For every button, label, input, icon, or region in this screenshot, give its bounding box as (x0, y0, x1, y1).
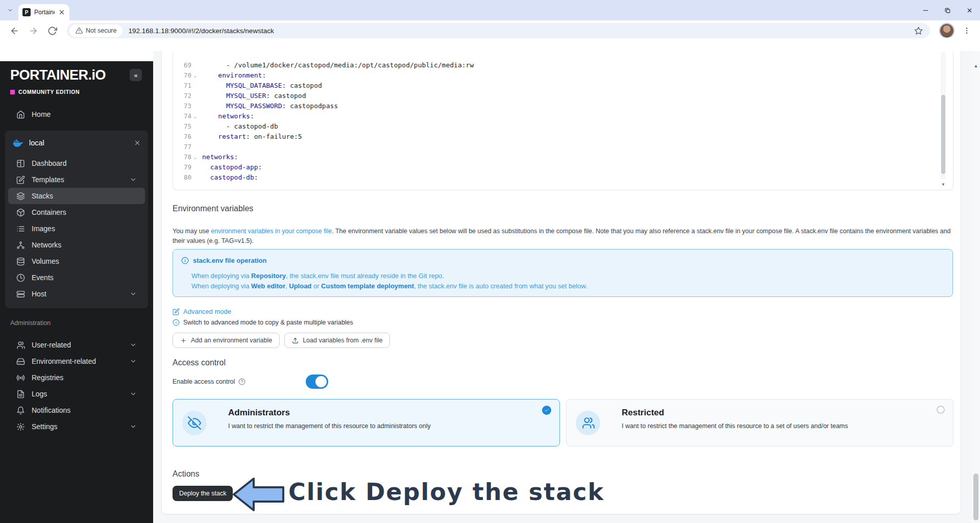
address-bar[interactable]: Not secure 192.168.1.18:9000/#!/2/docker… (67, 23, 930, 38)
close-icon[interactable] (966, 7, 973, 14)
line-number: 72 (173, 91, 191, 101)
templates-icon (16, 176, 25, 184)
fold-arrow-icon[interactable]: ⌄ (191, 70, 199, 81)
env-variables-description: You may use environment variables in you… (173, 227, 953, 246)
selected-check-icon[interactable] (542, 406, 551, 415)
editor-line: 75 - castopod-db (173, 121, 953, 132)
add-environment-variable-button[interactable]: Add an environment variable (173, 333, 280, 348)
restricted-users-icon (581, 416, 595, 430)
sidebar-item-events[interactable]: Events (8, 269, 145, 286)
editor-line: 76 restart: on-failure:5 (173, 132, 953, 142)
sidebar-item-templates[interactable]: Templates (8, 171, 145, 188)
line-number: 69 (173, 60, 191, 70)
sidebar-item-notifications[interactable]: Notifications (8, 402, 145, 418)
editor-line: 69 - /volume1/docker/castopod/media:/opt… (173, 60, 953, 70)
code-text (199, 142, 202, 152)
code-text: networks: (199, 152, 238, 162)
sidebar-item-dashboard[interactable]: Dashboard (8, 155, 145, 171)
code-text: - /volume1/docker/castopod/media:/opt/ca… (199, 60, 474, 70)
code-text: castopod-db: (199, 172, 258, 183)
sidebar-item-registries[interactable]: Registries (8, 369, 145, 386)
users-icon (16, 341, 25, 350)
chevron-down-icon (130, 423, 137, 430)
stack-env-info-box: stack.env file operation When deploying … (173, 249, 953, 297)
settings-icon (16, 422, 25, 431)
access-control-heading: Access control (173, 358, 226, 367)
browser-tab[interactable]: P Portainer | (18, 4, 69, 20)
sidebar-item-label: Volumes (32, 257, 59, 265)
sidebar-item-settings[interactable]: Settings (8, 418, 145, 435)
line-number: 77 (173, 142, 191, 152)
tab-search-chevron-icon[interactable] (5, 5, 15, 15)
main-content: 69 - /volume1/docker/castopod/media:/opt… (153, 51, 980, 523)
security-chip[interactable]: Not secure (69, 24, 122, 37)
back-icon[interactable] (10, 26, 19, 36)
access-control-toggle[interactable] (306, 375, 328, 389)
browser-menu-icon[interactable] (963, 27, 971, 35)
environment-panel: local DashboardTemplatesStacksContainers… (5, 131, 148, 308)
access-option-administrators[interactable]: AdministratorsI want to restrict the man… (173, 399, 560, 446)
line-number: 80 (173, 172, 191, 183)
sidebar-item-home[interactable]: Home (8, 106, 145, 122)
avatar[interactable] (940, 24, 953, 37)
sidebar-item-user-related[interactable]: User-related (8, 337, 145, 353)
bookmark-star-icon[interactable] (914, 27, 923, 35)
dashboard-icon (16, 159, 25, 168)
info-box-title: stack.env file operation (193, 257, 267, 264)
tab-close-icon[interactable] (58, 9, 65, 16)
environment-close-icon[interactable] (134, 139, 141, 146)
code-text: - castopod-db (199, 121, 278, 132)
sidebar-item-environment-related[interactable]: Environment-related (8, 353, 145, 369)
chevron-down-icon (130, 358, 137, 365)
line-number: 75 (173, 121, 191, 132)
sidebar-collapse-button[interactable]: « (130, 69, 142, 81)
code-text: MYSQL_USER: castopod (199, 91, 306, 101)
sidebar-item-label: Environment-related (32, 357, 96, 365)
line-number: 71 (173, 81, 191, 91)
sidebar-item-networks[interactable]: Networks (8, 237, 145, 253)
radio-unselected[interactable] (937, 406, 945, 414)
inline-link[interactable]: environment variables in your compose fi… (211, 228, 332, 235)
compose-editor[interactable]: 69 - /volume1/docker/castopod/media:/opt… (173, 52, 953, 190)
scroll-up-icon[interactable]: ▲ (972, 63, 980, 68)
fold-arrow-icon[interactable]: ⌄ (191, 111, 199, 121)
editor-scroll-down-icon[interactable]: ▼ (940, 182, 946, 188)
sidebar-item-images[interactable]: Images (8, 220, 145, 237)
sidebar-item-volumes[interactable]: Volumes (8, 253, 145, 269)
info-icon (181, 257, 189, 264)
minimize-icon[interactable] (922, 7, 929, 14)
fold-arrow-icon[interactable]: ⌄ (191, 152, 199, 162)
sidebar-item-label: Events (32, 273, 54, 282)
networks-icon (16, 241, 25, 250)
advanced-mode-link[interactable]: Advanced mode (173, 308, 231, 315)
restore-icon[interactable] (944, 7, 951, 14)
load-variables-button[interactable]: Load variables from .env file (284, 333, 390, 348)
sidebar-item-host[interactable]: Host (8, 286, 145, 302)
code-text: MYSQL_DATABASE: castopod (199, 81, 322, 91)
environment-header[interactable]: local (5, 131, 148, 155)
sidebar-item-logs[interactable]: Logs (8, 386, 145, 402)
editor-scrollbar[interactable] (941, 52, 946, 180)
page-scrollbar[interactable]: ▲ (972, 51, 980, 523)
docker-whale-icon (12, 137, 23, 148)
access-option-restricted[interactable]: RestrictedI want to restrict the managem… (566, 399, 953, 446)
editor-line: 72 MYSQL_USER: castopod (173, 91, 953, 101)
sidebar-item-label: Networks (32, 241, 61, 249)
sidebar-item-label: Notifications (32, 406, 70, 414)
editor-line: 70⌄ environment: (173, 70, 953, 81)
editor-line: 80 castopod-db: (173, 172, 953, 183)
sidebar-item-label: Settings (32, 422, 58, 431)
stacks-icon (16, 192, 25, 201)
line-number: 79 (173, 162, 191, 172)
deploy-stack-button[interactable]: Deploy the stack (173, 486, 233, 501)
home-icon (16, 110, 25, 119)
forward-icon[interactable] (29, 26, 38, 36)
editor-scrollbar-thumb[interactable] (941, 95, 945, 174)
page-scrollbar-thumb[interactable] (973, 474, 978, 520)
plus-icon (180, 337, 187, 344)
code-text: environment: (199, 70, 266, 81)
sidebar-item-containers[interactable]: Containers (8, 204, 145, 220)
reload-icon[interactable] (47, 26, 57, 36)
sidebar-item-stacks[interactable]: Stacks (8, 188, 145, 204)
edition-badge: COMMUNITY EDITION (10, 89, 80, 95)
